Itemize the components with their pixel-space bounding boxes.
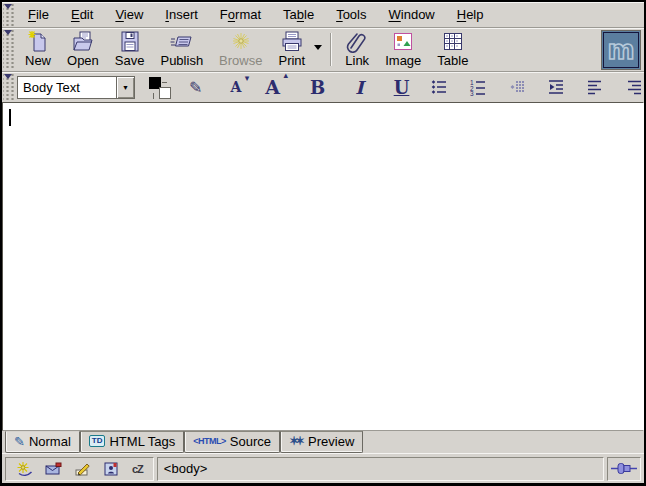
align-left-icon [586, 78, 604, 96]
component-bar: cZ [5, 457, 154, 481]
menu-help[interactable]: Help [446, 2, 495, 27]
menubar-grippy[interactable] [3, 3, 14, 26]
browse-button-label: Browse [219, 53, 262, 68]
italic-button[interactable]: I [355, 77, 363, 98]
statusbar: cZ <body> [2, 453, 644, 483]
new-page-icon [26, 30, 50, 53]
table-button[interactable]: Table [429, 30, 476, 70]
bold-button[interactable]: B [310, 77, 325, 98]
numbered-list-button[interactable]: 1 2 3 [469, 78, 487, 96]
increase-font-size-button[interactable]: A▴ [265, 76, 280, 98]
link-button[interactable]: Link [337, 30, 377, 70]
preview-stars-icon: ✶✶ [289, 434, 301, 448]
background-color-swatch[interactable] [159, 87, 171, 99]
publish-button[interactable]: Publish [152, 30, 211, 70]
composer-window: File Edit View Insert Format Table Tools… [0, 0, 646, 486]
highlight-color-button[interactable]: ✎ [189, 78, 202, 97]
svg-text:3: 3 [470, 90, 474, 96]
numbered-list-icon: 1 2 3 [469, 78, 487, 96]
browse-button: Browse [211, 30, 270, 70]
menu-insert[interactable]: Insert [154, 2, 209, 27]
toolbar-separator [330, 33, 332, 66]
print-icon [280, 30, 304, 53]
format-toolbar: Body Text ▼ ✎ A▾ A▴ B I U 1 2 3 [2, 72, 644, 102]
tab-html-tags-label: HTML Tags [109, 434, 175, 449]
composer-icon[interactable] [74, 461, 91, 477]
print-button-group: Print [270, 30, 325, 70]
tab-source-label: Source [230, 434, 271, 449]
underline-button[interactable]: U [394, 77, 410, 98]
mail-icon[interactable] [45, 461, 62, 477]
node-path-body[interactable]: <body> [164, 461, 207, 476]
outdent-button[interactable] [508, 78, 526, 96]
combo-dropdown-button[interactable]: ▼ [116, 77, 134, 98]
navigator-icon[interactable] [16, 461, 33, 477]
bullet-list-button[interactable] [430, 78, 448, 96]
save-button[interactable]: Save [107, 30, 153, 70]
print-menu-arrow[interactable] [314, 45, 322, 54]
indent-icon [547, 78, 565, 96]
menu-table[interactable]: Table [272, 2, 325, 27]
tab-normal[interactable]: ✎ Normal [5, 431, 80, 453]
save-floppy-icon [118, 30, 142, 53]
td-tag-icon: TD [89, 435, 106, 447]
online-status-box[interactable] [607, 457, 641, 481]
formatbar-grippy[interactable] [3, 73, 14, 101]
menu-file[interactable]: File [17, 2, 60, 27]
decrease-font-size-button[interactable]: A▾ [230, 79, 241, 95]
paragraph-format-value: Body Text [18, 80, 116, 95]
image-button-label: Image [385, 53, 421, 68]
menubar: File Edit View Insert Format Table Tools… [2, 2, 644, 28]
tab-html-tags[interactable]: TD HTML Tags [80, 431, 184, 453]
image-icon [391, 30, 415, 53]
tab-normal-label: Normal [29, 434, 71, 449]
open-button-label: Open [67, 53, 99, 68]
save-button-label: Save [115, 53, 145, 68]
mozilla-logo-button[interactable]: m [601, 30, 641, 70]
edit-mode-tabbar: ✎ Normal TD HTML Tags <HTML> Source ✶✶ P… [2, 431, 644, 453]
new-button-label: New [25, 53, 51, 68]
open-folder-icon [71, 30, 95, 53]
publish-button-label: Publish [160, 53, 203, 68]
text-color-picker[interactable] [148, 76, 172, 99]
menu-format[interactable]: Format [209, 2, 272, 27]
mozilla-m-icon: m [605, 34, 637, 66]
image-button[interactable]: Image [377, 30, 429, 70]
editor-canvas[interactable] [2, 102, 644, 431]
table-icon [441, 30, 465, 53]
link-button-label: Link [345, 53, 369, 68]
tab-preview[interactable]: ✶✶ Preview [280, 431, 363, 453]
tab-preview-label: Preview [308, 434, 354, 449]
text-caret [9, 109, 11, 126]
arrow-down-icon: ▾ [245, 73, 250, 83]
menu-edit[interactable]: Edit [60, 2, 104, 27]
print-button-label: Print [278, 53, 305, 68]
chatzilla-icon[interactable]: cZ [132, 463, 143, 475]
pencil-icon: ✎ [189, 79, 202, 96]
publish-icon [169, 30, 195, 53]
online-plug-icon [611, 462, 637, 475]
link-icon [345, 30, 369, 53]
new-button[interactable]: New [17, 30, 59, 70]
print-button[interactable]: Print [270, 30, 313, 70]
menu-window[interactable]: Window [378, 2, 446, 27]
menu-tools[interactable]: Tools [325, 2, 377, 27]
toolbar-grippy[interactable] [3, 29, 14, 70]
menu-view[interactable]: View [104, 2, 154, 27]
main-toolbar: New Open [2, 28, 644, 72]
arrow-up-icon: ▴ [284, 70, 289, 80]
svg-text:m: m [607, 35, 634, 65]
indent-button[interactable] [547, 78, 565, 96]
outdent-icon [508, 78, 526, 96]
normal-pencil-icon: ✎ [14, 434, 25, 449]
browse-sparkle-icon [229, 30, 253, 53]
node-path-box: <body> [157, 457, 604, 481]
paragraph-format-select[interactable]: Body Text ▼ [17, 76, 135, 99]
tab-source[interactable]: <HTML> Source [184, 431, 280, 453]
chevron-down-icon: ▼ [122, 84, 129, 91]
align-left-button[interactable] [586, 78, 604, 96]
bullet-list-icon [430, 78, 448, 96]
align-right-button[interactable] [625, 78, 643, 96]
address-book-icon[interactable] [103, 461, 120, 477]
open-button[interactable]: Open [59, 30, 107, 70]
